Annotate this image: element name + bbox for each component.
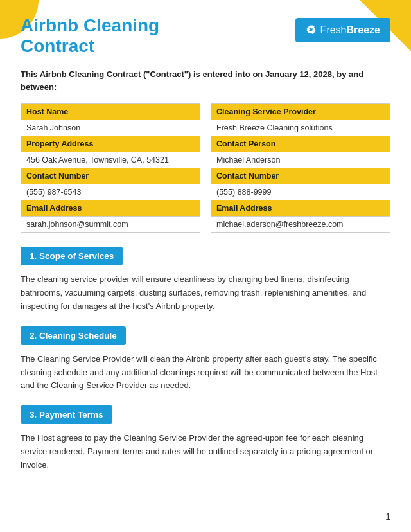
section-payment: 3. Payment TermsThe Host agrees to pay t…	[21, 405, 390, 472]
host-field-value: 456 Oak Avenue, Townsville, CA, 54321	[21, 152, 200, 168]
brand-icon: ♻	[306, 23, 316, 37]
host-field-label: Property Address	[21, 136, 200, 152]
page-number: 1	[385, 511, 390, 522]
section-schedule: 2. Cleaning ScheduleThe Cleaning Service…	[21, 326, 390, 393]
host-field-value: sarah.johnson@summit.com	[21, 217, 200, 233]
page-header: Airbnb Cleaning Contract ♻ FreshBreeze	[21, 15, 390, 57]
host-table: Host NameSarah JohnsonProperty Address45…	[21, 103, 200, 233]
intro-text: This Airbnb Cleaning Contract ("Contract…	[21, 68, 390, 93]
host-field-value: Sarah Johnson	[21, 120, 200, 136]
provider-field-value: Michael Anderson	[211, 152, 390, 168]
provider-field-value: michael.aderson@freshbreeze.com	[211, 217, 390, 233]
parties-grid: Host NameSarah JohnsonProperty Address45…	[21, 103, 390, 233]
host-field-label: Contact Number	[21, 168, 200, 184]
provider-table: Cleaning Service ProviderFresh Breeze Cl…	[211, 103, 390, 233]
provider-field-label: Email Address	[211, 200, 390, 217]
page-title: Airbnb Cleaning Contract	[21, 15, 159, 57]
host-field-value: (555) 987-6543	[21, 184, 200, 200]
section-scope-body: The cleaning service provider will ensur…	[21, 273, 390, 313]
host-field-label: Email Address	[21, 200, 200, 217]
provider-field-label: Cleaning Service Provider	[211, 104, 390, 120]
host-field-label: Host Name	[21, 104, 200, 120]
provider-field-value: (555) 888-9999	[211, 184, 390, 200]
section-schedule-title: 2. Cleaning Schedule	[21, 326, 126, 345]
section-payment-body: The Host agrees to pay the Cleaning Serv…	[21, 432, 390, 472]
brand-name: FreshBreeze	[320, 24, 380, 36]
section-scope: 1. Scope of ServicesThe cleaning service…	[21, 247, 390, 313]
section-scope-title: 1. Scope of Services	[21, 247, 123, 265]
brand-badge: ♻ FreshBreeze	[295, 18, 390, 42]
provider-field-label: Contact Number	[211, 168, 390, 184]
provider-field-value: Fresh Breeze Cleaning solutions	[211, 120, 390, 136]
provider-field-label: Contact Person	[211, 136, 390, 152]
section-payment-title: 3. Payment Terms	[21, 405, 112, 424]
section-schedule-body: The Cleaning Service Provider will clean…	[21, 353, 390, 393]
